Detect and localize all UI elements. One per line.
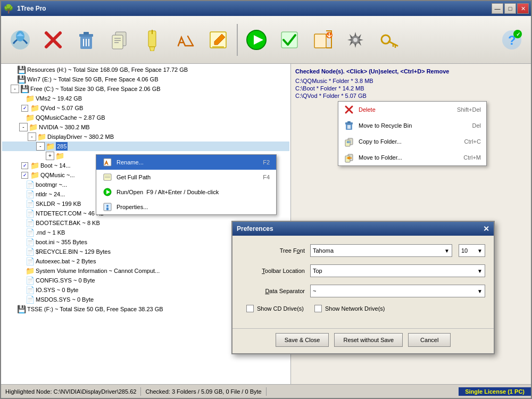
tree-expander[interactable]: - (36, 142, 45, 151)
tree-checkbox[interactable]: ✓ (21, 172, 28, 179)
tree-expander[interactable]: + (46, 152, 54, 160)
tree-checkbox[interactable]: ✓ (21, 162, 28, 169)
tree-expander[interactable]: - (19, 123, 28, 131)
file-icon: 📄 (26, 180, 35, 189)
tree-expander[interactable]: - (28, 132, 36, 141)
tree-font-row: Tree Font Tahoma ▼ 10 ▼ (241, 244, 485, 257)
toolbar-location-select[interactable]: Top ▼ (310, 264, 485, 277)
export-icon (311, 29, 334, 51)
settings-icon (344, 29, 367, 51)
rc-delete-label: Delete (359, 106, 453, 113)
rc-movefolder-label: Move to Folder... (359, 154, 459, 161)
context-run-item[interactable]: Run/Open F9 / Alt+Enter / Double-click (96, 185, 276, 200)
tool-recycle-button[interactable] (70, 21, 102, 59)
tree-item-label: CONFIG.SYS ~ 0 Byte (36, 276, 95, 285)
recycle-rc-icon (344, 120, 354, 131)
svg-rect-48 (345, 140, 350, 146)
tree-item-label: NTDETECT.COM ~ 46 KB (36, 209, 104, 218)
context-fullpath-item[interactable]: Get Full Path F4 (96, 170, 276, 185)
tree-item[interactable]: 📁 VMs2 ~ 19.42 GB (2, 94, 289, 103)
rc-copyfolder-item[interactable]: Copy to Folder... Ctrl+C (338, 134, 486, 149)
show-network-drives-check[interactable]: Show Network Drive(s) (314, 305, 385, 312)
cut-icon (141, 29, 163, 51)
folder-icon: 📁 (46, 142, 55, 151)
context-rename-item[interactable]: Rename... F2 (96, 155, 276, 170)
rc-recycle-item[interactable]: Move to Recycle Bin Del (338, 118, 486, 134)
file-icon: 📄 (26, 228, 35, 237)
save-close-button[interactable]: Save & Close (276, 333, 329, 347)
tree-item[interactable]: - 📁 DisplayDriver ~ 380.2 MB (2, 132, 289, 142)
tree-item-selected[interactable]: - 📁 285 (2, 142, 289, 151)
tree-item-label: bootmgr ~... (36, 180, 67, 189)
tree-item[interactable]: - 💾 Free (C:) ~ Total Size 30 GB, Free S… (2, 84, 289, 94)
tree-item-label: BOOTSECT.BAK ~ 8 KB (36, 219, 100, 227)
context-properties-item[interactable]: Properties... (96, 200, 276, 214)
tree-item-label: Win7 (E:) ~ Total Size 50 GB, Free Space… (27, 75, 159, 84)
tree-font-label: Tree Font (241, 247, 310, 254)
data-separator-select[interactable]: ~ ▼ (310, 285, 485, 297)
movefolder-rc-icon (344, 152, 354, 163)
tree-expander[interactable]: - (11, 85, 19, 93)
data-separator-label: Data Separator (241, 288, 310, 294)
right-context-menu: Delete Shift+Del Move to Recycle Bin Del… (338, 101, 487, 166)
cancel-button[interactable]: Cancel (408, 333, 451, 347)
tree-item[interactable]: ✓ 📁 QVod ~ 5.07 GB (2, 103, 289, 113)
rc-movefolder-item[interactable]: Move to Folder... Ctrl+M (338, 149, 486, 165)
file-icon: 📄 (26, 295, 35, 304)
tool-settings-button[interactable] (339, 21, 371, 59)
show-cd-drives-check[interactable]: Show CD Drive(s) (246, 305, 304, 312)
tree-item[interactable]: - 📁 NVIDIA ~ 380.2 MB (2, 122, 289, 132)
folder-icon: 📁 (37, 132, 46, 141)
tool-open-button[interactable] (4, 21, 36, 59)
drive-icon: 💾 (20, 85, 29, 93)
rc-copyfolder-shortcut: Ctrl+C (464, 138, 481, 145)
data-separator-dropdown-arrow: ▼ (477, 288, 483, 294)
close-button[interactable]: ✕ (517, 3, 529, 14)
show-network-checkbox[interactable] (314, 305, 322, 312)
folder-icon: 📁 (26, 267, 35, 275)
delete-rc-icon (344, 104, 354, 115)
copyfolder-rc-icon (344, 136, 354, 147)
file-icon: 📄 (26, 257, 35, 265)
tool-key-button[interactable] (372, 21, 404, 59)
svg-rect-14 (152, 30, 153, 34)
tool-delete-button[interactable] (37, 21, 69, 59)
minimize-button[interactable]: — (492, 3, 503, 14)
tool-export-button[interactable] (306, 21, 338, 59)
pref-checkboxes-row: Show CD Drive(s) Show Network Drive(s) (241, 305, 485, 312)
properties-context-icon (103, 202, 112, 212)
tool-rename-button[interactable] (169, 21, 201, 59)
folder-icon: 📁 (26, 113, 35, 122)
tool-help-button[interactable]: ? ✓ (496, 21, 528, 59)
maximize-button[interactable]: □ (504, 3, 516, 14)
context-run-label: Run/Open F9 / Alt+Enter / Double-click (117, 189, 270, 195)
tree-item-label: Boot ~ 14... (40, 161, 71, 170)
tree-font-size-select[interactable]: 10 ▼ (459, 244, 485, 257)
tool-check-button[interactable] (273, 21, 305, 59)
rename-input[interactable]: 285 (56, 142, 68, 151)
show-cd-checkbox[interactable] (246, 305, 254, 312)
tree-font-select[interactable]: Tahoma ▼ (310, 244, 452, 257)
rename-icon (174, 29, 196, 51)
tree-item-label: NVIDIA ~ 380.2 MB (39, 123, 90, 131)
tree-item-label: QQMusic ~... (40, 171, 75, 179)
data-separator-row: Data Separator ~ ▼ (241, 285, 485, 297)
tree-item[interactable]: 💾 Resources (H:) ~ Total Size 168.09 GB,… (2, 65, 289, 74)
file-icon: 📄 (26, 190, 35, 198)
tool-cut-button[interactable] (136, 21, 168, 59)
svg-rect-33 (104, 174, 111, 180)
tool-edit-button[interactable] (202, 21, 234, 59)
preferences-close-button[interactable]: ✕ (483, 225, 489, 233)
tool-copy-button[interactable] (103, 21, 135, 59)
open-icon (9, 29, 31, 51)
folder-icon: 📁 (26, 94, 35, 103)
tree-checkbox[interactable]: ✓ (21, 105, 28, 112)
run-context-icon (103, 187, 112, 197)
svg-rect-43 (347, 121, 351, 123)
tree-item[interactable]: 💾 Win7 (E:) ~ Total Size 50 GB, Free Spa… (2, 74, 289, 84)
tool-run-button[interactable] (240, 21, 272, 59)
tree-item[interactable]: 📁 QQMusicCache ~ 2.87 GB (2, 113, 289, 122)
toolbar-location-row: Toolbar Location Top ▼ (241, 264, 485, 277)
rc-delete-item[interactable]: Delete Shift+Del (338, 102, 486, 118)
reset-without-save-button[interactable]: Reset without Save (334, 333, 403, 347)
